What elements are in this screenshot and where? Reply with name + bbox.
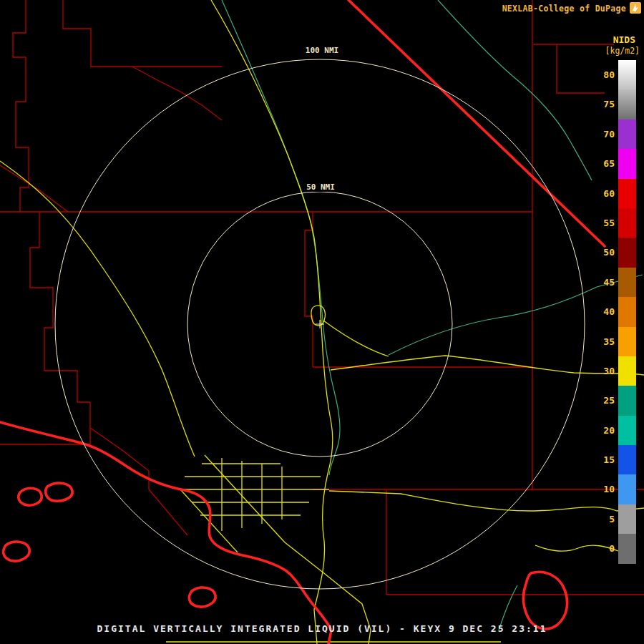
colorbar-level-label: 15 — [592, 445, 618, 474]
colorbar-level-swatch — [618, 386, 636, 415]
colorbar-level: 20 — [592, 416, 640, 445]
colorbar-level-label: 70 — [592, 119, 618, 149]
island — [4, 542, 30, 561]
colorbar-level-swatch — [618, 208, 636, 238]
colorbar-level-label: 30 — [592, 356, 618, 386]
colorbar-level-swatch — [618, 60, 636, 89]
colorbar-level-label: 0 — [592, 534, 618, 563]
colorbar-level-swatch — [618, 504, 636, 534]
colorbar-level-swatch — [618, 297, 636, 326]
colorbar-level: 10 — [592, 474, 640, 504]
river-lines — [222, 0, 643, 630]
highway-lines — [0, 0, 644, 644]
colorbar-level: 80 — [592, 60, 640, 89]
colorbar-level-label: 40 — [592, 297, 618, 326]
colorbar-level-swatch — [618, 89, 636, 119]
map-canvas — [0, 0, 644, 644]
colorbar-level-swatch — [618, 149, 636, 178]
colorbar-level: 40 — [592, 297, 640, 326]
colorbar-level-label: 55 — [592, 208, 618, 238]
colorbar-level-label: 45 — [592, 268, 618, 297]
colorbar-level-label: 20 — [592, 416, 618, 445]
colorbar-level: 15 — [592, 445, 640, 474]
colorbar-levels: 80757065605550454035302520151050 — [592, 60, 640, 564]
radar-display: NEXLAB-College of DuPage NIDS [kg/m2] 80… — [0, 0, 644, 644]
range-ring-label-100nmi: 100 NMI — [303, 46, 341, 55]
colorbar-level-swatch — [618, 179, 636, 208]
colorbar-level: 35 — [592, 327, 640, 356]
colorbar-level-swatch — [618, 268, 636, 297]
colorbar-level-swatch — [618, 445, 636, 474]
colorbar-level-label: 25 — [592, 386, 618, 415]
colorbar-level: 75 — [592, 89, 640, 119]
island — [189, 587, 215, 607]
colorbar-level-label: 65 — [592, 149, 618, 178]
colorbar-level: 55 — [592, 208, 640, 238]
colorbar-level-swatch — [618, 534, 636, 563]
colorbar-level: 30 — [592, 356, 640, 386]
coastline — [0, 422, 331, 644]
state-border-line — [348, 0, 605, 246]
product-title: DIGITAL VERTICALLY INTEGRATED LIQUID (VI… — [0, 623, 644, 634]
colorbar: NIDS [kg/m2] 807570656055504540353025201… — [592, 34, 640, 564]
colorbar-level-swatch — [618, 327, 636, 356]
range-ring-label-50nmi: 50 NMI — [303, 182, 338, 192]
colorbar-level-swatch — [618, 474, 636, 504]
colorbar-level-label: 5 — [592, 504, 618, 534]
colorbar-level-label: 35 — [592, 327, 618, 356]
boundary-loop — [524, 572, 567, 629]
colorbar-level: 0 — [592, 534, 640, 563]
state-border-coastline — [0, 0, 605, 644]
colorbar-level: 45 — [592, 268, 640, 297]
colorbar-units: [kg/m2] — [592, 46, 640, 56]
colorbar-level-swatch — [618, 356, 636, 386]
colorbar-level: 65 — [592, 149, 640, 178]
colorbar-level-label: 10 — [592, 474, 618, 504]
colorbar-level: 5 — [592, 504, 640, 534]
colorbar-level-label: 75 — [592, 89, 618, 119]
colorbar-title: NIDS — [592, 34, 640, 45]
colorbar-level-label: 50 — [592, 238, 618, 267]
island — [19, 488, 42, 505]
colorbar-level-swatch — [618, 416, 636, 445]
colorbar-level: 50 — [592, 238, 640, 267]
colorbar-level-label: 60 — [592, 179, 618, 208]
colorbar-level-swatch — [618, 238, 636, 267]
county-lines — [0, 0, 644, 595]
colorbar-level-swatch — [618, 119, 636, 149]
cod-logo-icon — [629, 1, 642, 14]
colorbar-level-label: 80 — [592, 60, 618, 89]
colorbar-level: 25 — [592, 386, 640, 415]
island — [46, 483, 72, 501]
colorbar-level: 70 — [592, 119, 640, 149]
credit-label: NEXLAB-College of DuPage — [502, 4, 626, 14]
colorbar-level: 60 — [592, 179, 640, 208]
